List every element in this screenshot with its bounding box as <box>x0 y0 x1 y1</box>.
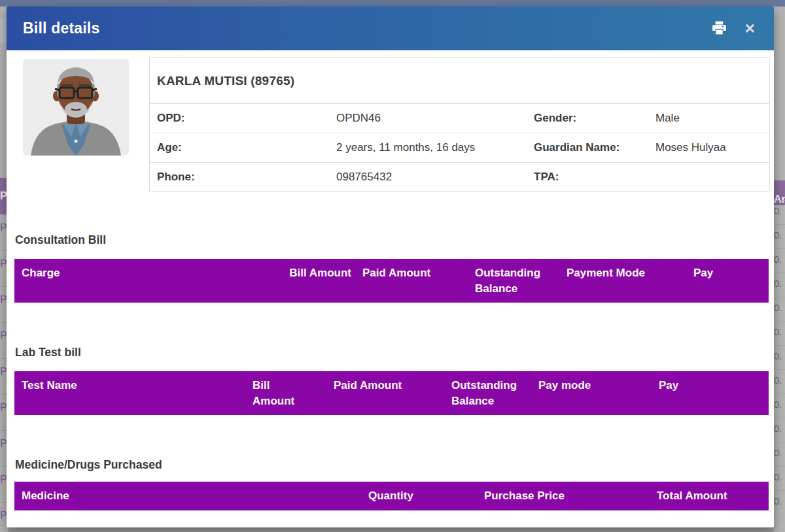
info-label: Age: <box>150 141 336 154</box>
column-header-bill-amount: Bill Amount <box>253 378 301 409</box>
info-value: OPDN46 <box>336 112 534 125</box>
info-value: Moses Hulyaa <box>655 141 769 154</box>
info-label: Guardian Name: <box>534 141 655 154</box>
background-top-navbar <box>0 0 785 7</box>
column-header-pay: Pay <box>659 378 678 393</box>
medicine-table-header: Medicine Quantity Purchase Price Total A… <box>14 482 769 510</box>
consultation-table-header: Charge Bill Amount Paid Amount Outstandi… <box>14 259 769 303</box>
patient-photo <box>23 59 129 156</box>
column-header-charge: Charge <box>22 265 60 281</box>
patient-name-row: KARLA MUTISI (89765) <box>150 58 769 104</box>
section-title-lab: Lab Test bill <box>15 346 81 359</box>
info-label: OPD: <box>150 112 336 125</box>
column-header-bill-amount: Bill Amount <box>260 265 351 281</box>
info-row: Phone: 098765432 TPA: <box>150 163 769 192</box>
bill-details-modal: Bill details ✕ <box>7 7 774 527</box>
section-title-medicine: Medicine/Drugs Purchased <box>15 458 162 472</box>
column-header-outstanding-balance: Outstanding Balance <box>475 265 555 297</box>
background-amount-cell: 0. <box>774 490 785 519</box>
info-label: Phone: <box>150 171 336 184</box>
info-value: 2 years, 11 months, 16 days <box>336 141 534 154</box>
column-header-pay: Pay <box>693 265 713 281</box>
info-row: OPD: OPDN46 Gender: Male <box>150 104 769 133</box>
patient-info-table: KARLA MUTISI (89765) OPD: OPDN46 Gender:… <box>149 58 770 192</box>
column-header-medicine: Medicine <box>22 488 69 504</box>
background-table-right-edge: An 0. 0. 0. 0. 0. 0. 0. 0. 0. 0. 0. 0. 0… <box>774 7 785 532</box>
modal-header: Bill details ✕ <box>7 7 774 50</box>
lab-table-header: Test Name Bill Amount Paid Amount Outsta… <box>14 371 769 415</box>
section-title-consultation: Consultation Bill <box>15 233 106 247</box>
print-button[interactable] <box>712 20 727 37</box>
column-header-payment-mode: Payment Mode <box>567 265 645 281</box>
column-header-quantity: Quantity <box>368 488 413 504</box>
patient-name: KARLA MUTISI (89765) <box>150 74 294 88</box>
info-label: TPA: <box>534 171 655 184</box>
column-header-total-amount: Total Amount <box>657 488 727 504</box>
close-button[interactable]: ✕ <box>744 22 756 35</box>
column-header-paid-amount: Paid Amount <box>362 265 430 281</box>
background-bottom-edge <box>8 527 774 532</box>
column-header-paid-amount: Paid Amount <box>334 378 402 393</box>
info-row: Age: 2 years, 11 months, 16 days Guardia… <box>150 133 769 163</box>
column-header-outstanding-balance: Outstanding Balance <box>451 378 531 409</box>
column-header-test-name: Test Name <box>22 378 77 393</box>
modal-title: Bill details <box>23 20 99 37</box>
printer-icon <box>712 20 727 37</box>
info-value: 098765432 <box>336 171 534 184</box>
info-label: Gender: <box>534 112 655 125</box>
close-icon: ✕ <box>744 22 756 35</box>
info-value: Male <box>655 112 769 125</box>
page: P P P P P P P P P P P An 0. 0. 0. 0. 0. … <box>0 0 785 532</box>
column-header-pay-mode: Pay mode <box>538 378 591 393</box>
column-header-purchase-price: Purchase Price <box>484 488 565 504</box>
